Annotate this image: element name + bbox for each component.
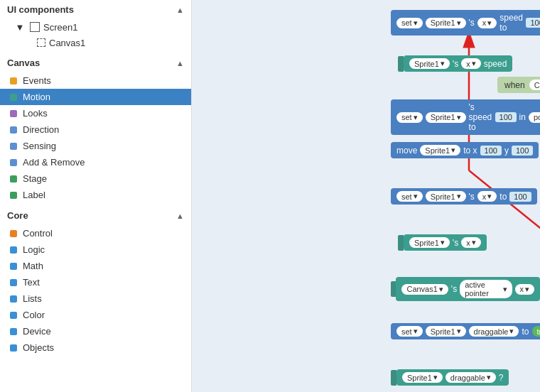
set-pill-1[interactable]: set ▾ — [396, 18, 423, 28]
block-body-9: Sprite1 ▾ draggable ▾ ? — [396, 369, 509, 386]
y-value-4[interactable]: 100 — [512, 146, 533, 156]
sprite1-pill-9[interactable]: Sprite1 ▾ — [402, 372, 443, 383]
screen1-label: Screen1 — [43, 22, 77, 33]
connector-9 — [391, 370, 396, 386]
canvas-label: Canvas — [7, 58, 40, 68]
direction-label: Direction — [23, 124, 59, 135]
block-set-draggable[interactable]: set ▾ Sprite1 ▾ draggable ▾ to true ▾ — [391, 323, 540, 339]
sidebar-item-label[interactable]: Label — [0, 187, 191, 203]
block-body-4: move Sprite1 ▾ to x 100 y 100 — [391, 142, 539, 158]
sidebar-item-events[interactable]: Events — [0, 72, 191, 89]
true-pill[interactable]: true ▾ — [532, 326, 541, 337]
sidebar-item-add-remove[interactable]: Add & Remove — [0, 154, 191, 170]
block-body-3: set ▾ Sprite1 ▾ 's speed to 100 in point… — [391, 99, 540, 135]
events-label: Events — [23, 75, 51, 86]
when-block[interactable]: when Canvas1 ▾ — [497, 77, 540, 93]
speed-value-3[interactable]: 100 — [495, 112, 517, 122]
x-value-5[interactable]: 100 — [509, 192, 531, 202]
sprite1-pill-4[interactable]: Sprite1 ▾ — [420, 145, 460, 156]
looks-label: Looks — [23, 108, 48, 119]
sidebar-item-control[interactable]: Control — [0, 225, 191, 241]
sidebar-item-sensing[interactable]: Sensing — [0, 138, 191, 154]
x-pill-2[interactable]: x ▾ — [461, 58, 481, 69]
set-pill-3[interactable]: set ▾ — [396, 112, 423, 123]
x-pill-7[interactable]: x ▾ — [515, 284, 535, 295]
objects-label: Objects — [23, 342, 54, 353]
motion-label: Motion — [23, 92, 50, 102]
sprite1-pill-5[interactable]: Sprite1 ▾ — [426, 191, 466, 202]
sidebar-item-objects[interactable]: Objects — [0, 339, 191, 356]
looks-color — [10, 110, 17, 117]
canvas-section-header[interactable]: Canvas ▲ — [0, 53, 191, 72]
sidebar-item-math[interactable]: Math — [0, 258, 191, 274]
ui-components-label: UI components — [7, 4, 74, 15]
sprite1-pill-2[interactable]: Sprite1 ▾ — [409, 58, 450, 69]
canvas-shape-icon — [37, 38, 45, 47]
ui-components-chevron: ▲ — [176, 6, 184, 14]
sidebar-item-device[interactable]: Device — [0, 323, 191, 339]
block-sprite-speed[interactable]: Sprite1 ▾ 's x ▾ speed — [398, 55, 512, 72]
add-remove-color — [10, 159, 17, 166]
x-pill-1[interactable]: x ▾ — [477, 18, 497, 28]
control-label: Control — [23, 228, 53, 239]
stage-label: Stage — [23, 173, 47, 184]
sidebar-item-direction[interactable]: Direction — [0, 121, 191, 138]
sidebar: UI components ▲ ▼ Screen1 Canvas1 Canvas… — [0, 0, 192, 392]
logic-color — [10, 246, 17, 254]
canvas-workspace: when Canvas1 ▾ set ▾ Sprite1 ▾ 's x ▾ sp… — [192, 0, 540, 392]
block-sprite-x[interactable]: Sprite1 ▾ 's x ▾ — [398, 234, 487, 251]
connector-6 — [398, 235, 404, 251]
speed-value-1[interactable]: 100 — [526, 18, 540, 28]
sidebar-item-motion[interactable]: Motion — [0, 89, 191, 105]
objects-color — [10, 344, 17, 352]
core-section-header[interactable]: Core ▲ — [0, 206, 191, 225]
sidebar-item-text[interactable]: Text — [0, 274, 191, 290]
sprite1-pill-6[interactable]: Sprite1 ▾ — [409, 237, 450, 248]
sprite1-pill-8[interactable]: Sprite1 ▾ — [426, 326, 466, 337]
when-canvas-value: Canvas1 — [534, 81, 540, 89]
active-pointer-pill[interactable]: active pointer ▾ — [460, 280, 512, 298]
draggable-pill-8[interactable]: draggable ▾ — [469, 326, 519, 337]
sidebar-item-logic[interactable]: Logic — [0, 241, 191, 258]
events-color — [10, 77, 17, 85]
sensing-color — [10, 143, 17, 150]
sprite1-pill-3[interactable]: Sprite1 ▾ — [426, 112, 466, 123]
canvas-icon — [21, 37, 33, 48]
set-pill-8[interactable]: set ▾ — [396, 326, 423, 337]
block-set-x[interactable]: set ▾ Sprite1 ▾ 's x ▾ to 100 — [391, 188, 537, 205]
block-set-speed-dir[interactable]: set ▾ Sprite1 ▾ 's speed to 100 in point… — [391, 99, 540, 135]
x-value-4[interactable]: 100 — [480, 146, 502, 156]
ui-components-header[interactable]: UI components ▲ — [0, 0, 191, 19]
block-draggable-query[interactable]: Sprite1 ▾ draggable ▾ ? — [391, 369, 509, 386]
control-color — [10, 230, 17, 237]
lists-color — [10, 295, 17, 303]
tree-item-canvas1[interactable]: Canvas1 — [0, 35, 191, 50]
block-set-speed[interactable]: set ▾ Sprite1 ▾ 's x ▾ speed to 100 — [391, 10, 540, 36]
when-canvas-pill[interactable]: Canvas1 ▾ — [529, 80, 540, 90]
sprite1-pill-1[interactable]: Sprite1 ▾ — [426, 18, 466, 28]
screen-icon: ▼ — [14, 21, 26, 33]
sidebar-item-lists[interactable]: Lists — [0, 290, 191, 307]
sidebar-item-color[interactable]: Color — [0, 307, 191, 323]
x-pill-6[interactable]: x ▾ — [461, 237, 481, 248]
set-pill-5[interactable]: set ▾ — [396, 191, 423, 202]
canvas-chevron: ▲ — [176, 59, 184, 67]
block-move[interactable]: move Sprite1 ▾ to x 100 y 100 — [391, 142, 539, 158]
direction-color — [10, 126, 17, 134]
when-label: when — [504, 80, 525, 90]
canvas1-label: Canvas1 — [49, 38, 85, 48]
sidebar-item-stage[interactable]: Stage — [0, 170, 191, 187]
block-body-6: Sprite1 ▾ 's x ▾ — [404, 234, 487, 251]
x-pill-5[interactable]: x ▾ — [477, 191, 497, 202]
draggable-pill-9[interactable]: draggable ▾ — [446, 372, 496, 383]
sensing-label: Sensing — [23, 141, 56, 151]
math-color — [10, 263, 17, 270]
sidebar-item-looks[interactable]: Looks — [0, 105, 191, 121]
block-canvas-pointer[interactable]: Canvas1 ▾ 's active pointer ▾ x ▾ — [391, 277, 540, 301]
pointing-pill[interactable]: pointing ▾ — [529, 112, 540, 123]
tree-item-screen1[interactable]: ▼ Screen1 — [0, 19, 191, 35]
screen-shape-icon — [30, 22, 40, 32]
canvas1-pill-7[interactable]: Canvas1 ▾ — [401, 284, 448, 295]
color-label: Color — [23, 310, 45, 320]
core-chevron: ▲ — [176, 212, 184, 220]
